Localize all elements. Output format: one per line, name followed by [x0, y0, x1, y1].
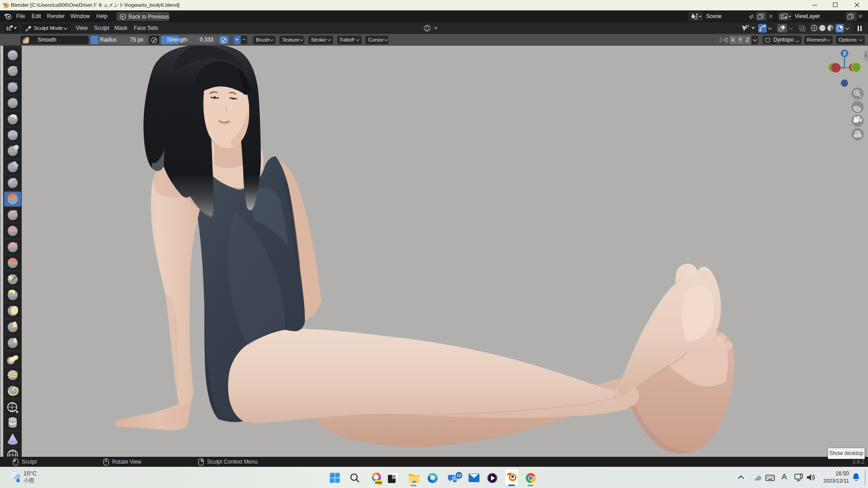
svg-text:Z: Z: [843, 51, 846, 56]
svg-text:PRE: PRE: [375, 481, 382, 484]
svg-text:12: 12: [457, 473, 461, 478]
